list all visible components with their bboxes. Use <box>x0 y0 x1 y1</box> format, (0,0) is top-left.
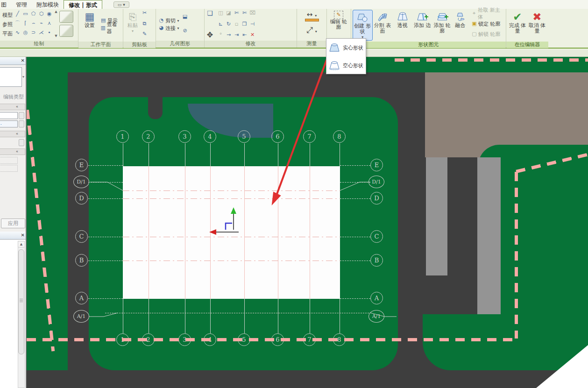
draw-tool-icon-1[interactable]: ▭ <box>21 11 29 18</box>
add-profile-button[interactable]: 添加 轮廓 <box>432 10 452 41</box>
ribbon-options-button[interactable]: ▭ ▾ <box>113 1 129 8</box>
modify-tool-icon-row2-0[interactable]: ⊾ <box>217 21 225 28</box>
surface-tool2-icon[interactable] <box>59 25 73 37</box>
param-browse-field[interactable]: … <box>0 120 18 127</box>
draw-mode-reference[interactable]: 参照 <box>2 20 13 29</box>
modify-tool-icon-row2-3[interactable]: ❐ <box>241 21 248 28</box>
scrollbar-thumb[interactable] <box>18 249 24 354</box>
unlock-profile-button[interactable]: ▢ 解锁 轮廓 <box>470 30 504 38</box>
param-field-knob[interactable] <box>19 112 24 119</box>
cut-geometry-button[interactable]: ◔ 剪切 ▾ <box>157 17 179 24</box>
param-value-field[interactable] <box>0 112 18 119</box>
scroll-down-icon[interactable]: ▼ <box>54 34 58 38</box>
draw-tool-icon-5[interactable]: ⌒ <box>14 20 21 27</box>
grid-bubble-top-8[interactable]: 8 <box>333 130 346 143</box>
edit-type-button[interactable]: 编辑类型 <box>3 93 24 100</box>
property-line-right-vertical[interactable] <box>515 172 518 339</box>
match-type-icon[interactable]: ✎ <box>141 31 149 38</box>
grid-bubble-right-A[interactable]: A <box>370 292 383 304</box>
tab-addins[interactable]: 附加模块 <box>32 0 64 9</box>
divide-surface-button[interactable]: 分割 表面 <box>373 10 393 41</box>
lock-profile-button[interactable]: ▣ 锁定 轮廓 <box>470 20 504 28</box>
draw-tool-icon-14[interactable]: • <box>45 29 53 36</box>
grid-bubble-top-4[interactable]: 4 <box>204 130 216 143</box>
finish-mass-button[interactable]: ✔ 完成 体量 <box>508 10 527 41</box>
type-selector-arrow-icon[interactable]: ▾ <box>22 75 24 79</box>
create-form-button[interactable]: 创建 形状 ▾ <box>353 10 373 41</box>
param-section-header[interactable]: « <box>0 104 25 110</box>
grid-bubble-top-1[interactable]: 1 <box>116 130 129 143</box>
modify-tool-icon-row3-2[interactable]: ⇥ <box>233 32 241 39</box>
scroll-up-icon[interactable]: ▲ <box>54 10 58 14</box>
browser-close-icon[interactable]: ✕ <box>21 233 25 238</box>
copy-icon[interactable]: ⧉ <box>141 21 149 28</box>
draw-tool-icon-9[interactable]: ⋏ <box>45 20 53 27</box>
cut-icon[interactable]: ✂ <box>141 10 149 17</box>
param-field-knob2[interactable] <box>19 120 24 127</box>
draw-tool-icon-7[interactable]: ⌢ <box>29 20 37 27</box>
menu-item-void-form[interactable]: 空心形状 <box>326 56 366 74</box>
dissolve-button[interactable]: 融合 <box>452 10 468 41</box>
scrollbar-up-icon[interactable]: ▲ <box>18 241 25 247</box>
move-icon[interactable]: ✥ <box>206 32 214 39</box>
modify-tool-icon-row1-1[interactable]: ◪ <box>225 10 233 17</box>
draw-tool-icon-4[interactable]: ◉ <box>45 11 53 18</box>
grid-bubble-top-3[interactable]: 3 <box>178 130 191 143</box>
dimension-button[interactable]: ⤢ ▾ <box>306 25 317 35</box>
param-field-knob3[interactable] <box>19 139 24 146</box>
draw-tool-icon-8[interactable]: ⌁ <box>37 20 45 27</box>
draw-tool-icon-6[interactable]: ⌈ <box>21 20 29 27</box>
modify-tool-icon-row3-1[interactable]: → <box>225 32 233 39</box>
align-icon[interactable]: ❏ <box>206 10 214 17</box>
param-section-header3[interactable]: « <box>0 148 25 155</box>
draw-tool-icon-11[interactable]: ◎ <box>21 29 29 36</box>
properties-close-icon[interactable]: ✕ <box>21 58 25 63</box>
grid-bubble-right-A/1[interactable]: A/1 <box>368 310 384 323</box>
modify-tool-icon-row3-3[interactable]: ⇤ <box>241 32 248 39</box>
modify-tool-icon-row1-2[interactable]: ✄ <box>233 10 241 17</box>
modify-tool-icon-row1-3[interactable]: ✄ <box>241 10 248 17</box>
grid-bubble-top-2[interactable]: 2 <box>142 130 155 143</box>
property-line-bottom[interactable] <box>27 338 517 341</box>
draw-tool-icon-2[interactable]: ⬠ <box>29 11 37 18</box>
draw-mode-model[interactable]: 模型 <box>2 11 13 20</box>
draw-tool-icon-3[interactable]: ⬡ <box>37 11 45 18</box>
grid-bubble-top-5[interactable]: 5 <box>238 130 250 143</box>
param-section-header2[interactable]: « <box>0 131 25 137</box>
grid-bubble-right-D/1[interactable]: D/1 <box>368 176 384 188</box>
grid-bubble-top-7[interactable]: 7 <box>303 130 316 143</box>
grid-bubble-left-D[interactable]: D <box>75 192 88 205</box>
grid-bubble-right-B[interactable]: B <box>370 254 383 267</box>
viewer-button[interactable]: ▥ 查看器 <box>99 24 121 32</box>
grid-bubble-right-C[interactable]: C <box>370 230 383 243</box>
modify-tool-icon-row2-2[interactable]: ▫ <box>233 21 241 28</box>
grid-bubble-left-D/1[interactable]: D/1 <box>73 176 89 188</box>
grid-bubble-right-D[interactable]: D <box>370 192 383 205</box>
grid-bubble-right-E[interactable]: E <box>370 159 383 171</box>
modify-tool-icon-row1-0[interactable]: ◫ <box>217 10 225 17</box>
grid-bubble-left-A[interactable]: A <box>75 292 88 304</box>
grid-bubble-left-B[interactable]: B <box>75 254 88 267</box>
edit-profile-button[interactable]: ✎ 编辑 轮廓 <box>328 10 349 41</box>
property-line-top[interactable] <box>395 58 588 62</box>
surface-tool-icon[interactable] <box>59 11 73 23</box>
cancel-mass-button[interactable]: ✖ 取消 体量 <box>527 10 547 41</box>
tab-modify-form[interactable]: 修改 | 形式 <box>64 0 102 9</box>
drawing-area[interactable]: 1122334455667788EED/1D/1DDCCBBAAA/1A/1 <box>27 57 588 388</box>
xray-button[interactable]: 透视 <box>392 10 412 41</box>
draw-tool-icon-13[interactable]: ⋌ <box>37 29 45 36</box>
draw-tool-icon-10[interactable]: ∿ <box>14 29 21 36</box>
draw-tool-icon-12[interactable]: ⊃ <box>29 29 37 36</box>
modify-tool-icon-row1-4[interactable]: ⌧ <box>248 10 256 17</box>
modify-tool-icon-row3-0[interactable]: ° <box>217 32 225 39</box>
type-selector[interactable] <box>0 67 22 87</box>
apply-button[interactable]: 应用 <box>1 219 25 228</box>
menu-item-solid-form[interactable]: 实心形状 <box>326 39 366 56</box>
paste-button[interactable]: ⎘ 粘贴 ▾ <box>125 10 141 41</box>
draw-mode-plane[interactable]: 平面 <box>2 29 13 39</box>
set-workplane-button[interactable]: ▦ 设置 <box>80 10 99 41</box>
grid-bubble-left-A/1[interactable]: A/1 <box>73 310 89 323</box>
grid-bubble-top-6[interactable]: 6 <box>271 130 284 143</box>
measure-button[interactable]: ↔ ▾ <box>305 10 319 21</box>
tab-manage[interactable]: 管理 <box>11 0 32 9</box>
